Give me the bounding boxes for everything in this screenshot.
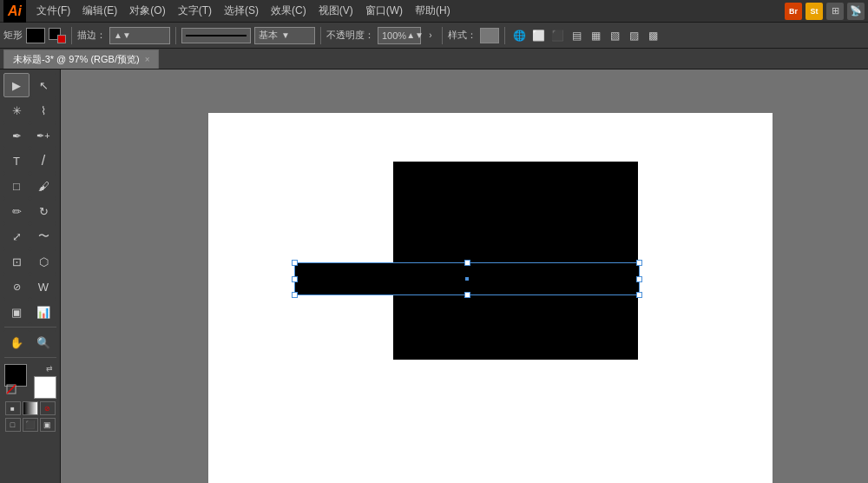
- scale-tool[interactable]: ⤢: [3, 224, 30, 248]
- handle-tm[interactable]: [464, 260, 470, 266]
- full-screen-btn[interactable]: ⬛: [23, 418, 38, 432]
- menu-view[interactable]: 视图(V): [313, 2, 358, 20]
- menu-right-icons: Br St ⊞ 📡: [785, 3, 865, 20]
- tool-row-2: ✳ ⌇: [3, 98, 56, 122]
- bridge-icon[interactable]: Br: [785, 3, 802, 20]
- select-tool[interactable]: ▶: [3, 73, 30, 97]
- menu-select[interactable]: 选择(S): [219, 2, 264, 20]
- menu-file[interactable]: 文件(F): [31, 2, 76, 20]
- stroke-color-indicator[interactable]: [49, 28, 66, 43]
- menu-bar: Ai 文件(F) 编辑(E) 对象(O) 文字(T) 选择(S) 效果(C) 视…: [0, 0, 868, 23]
- shape-builder-tool[interactable]: ⬡: [30, 249, 56, 274]
- align-icon6[interactable]: ▨: [625, 27, 642, 44]
- sep4: [442, 27, 443, 44]
- sep3: [320, 27, 321, 44]
- main-area: ▶ ↖ ✳ ⌇ ✒ ✒+ T / □ 🖌 ✏ ↻ ⤢ 〜 ⊡ ⬡: [0, 69, 868, 483]
- tool-row-9: ⊘ W: [3, 275, 56, 299]
- tool-row-7: ⤢ 〜: [3, 224, 56, 248]
- handle-br[interactable]: [636, 292, 642, 298]
- menu-edit[interactable]: 编辑(E): [77, 2, 122, 20]
- swap-colors-icon[interactable]: ⇄: [46, 364, 53, 373]
- artboard-tool[interactable]: ▣: [3, 300, 30, 324]
- opacity-expand[interactable]: ›: [424, 28, 437, 43]
- menu-help[interactable]: 帮助(H): [410, 2, 456, 20]
- tab-close-button[interactable]: ×: [145, 55, 150, 64]
- fill-color-box[interactable]: [26, 28, 45, 43]
- tab-bar: 未标题-3* @ 97% (RGB/预览) ×: [0, 49, 868, 69]
- align-icon5[interactable]: ▧: [606, 27, 623, 44]
- warp-tool[interactable]: 〜: [30, 224, 56, 248]
- center-point: [465, 277, 469, 281]
- grid-icon[interactable]: ⊞: [826, 3, 844, 20]
- paintbrush-tool[interactable]: 🖌: [30, 174, 56, 198]
- view-mode-row: □ ⬛ ▣: [5, 418, 56, 432]
- eyedropper-tool[interactable]: ⊘: [3, 275, 30, 299]
- line-tool[interactable]: /: [30, 149, 56, 173]
- opacity-input[interactable]: 100% ▲▼: [378, 27, 421, 44]
- background-color[interactable]: [34, 376, 56, 399]
- rectangle-tool[interactable]: □: [3, 174, 30, 198]
- align-icon3[interactable]: ▤: [568, 27, 585, 44]
- blend-tool[interactable]: W: [30, 275, 56, 299]
- style-box[interactable]: [480, 28, 499, 43]
- color-mode-btn[interactable]: ■: [5, 401, 21, 415]
- lasso-tool[interactable]: ⌇: [30, 98, 56, 122]
- menu-object[interactable]: 对象(O): [124, 2, 170, 20]
- style-label: 样式：: [448, 29, 477, 42]
- direct-select-tool[interactable]: ↖: [30, 73, 56, 97]
- handle-tl[interactable]: [292, 260, 298, 266]
- toolbar: 矩形 描边： ▲▼ 基本 ▼ 不透明度： 100% ▲▼ › 样式： 🌐 ⬜ ⬛…: [0, 23, 868, 49]
- rotate-tool[interactable]: ↻: [30, 199, 56, 223]
- align-icon1[interactable]: ⬜: [529, 27, 547, 44]
- shape-rect-wide[interactable]: [295, 263, 639, 294]
- tool-divider: [4, 327, 56, 328]
- no-color-icon[interactable]: [6, 384, 16, 397]
- align-icons: 🌐 ⬜ ⬛ ▤ ▦ ▧ ▨ ▩: [510, 27, 661, 44]
- canvas-area[interactable]: [61, 69, 868, 483]
- presentation-btn[interactable]: ▣: [40, 418, 56, 432]
- type-tool[interactable]: T: [3, 149, 30, 173]
- magic-wand-tool[interactable]: ✳: [3, 98, 30, 122]
- handle-bm[interactable]: [464, 292, 470, 298]
- color-swatches: ⇄: [4, 364, 56, 399]
- stroke-line: [186, 35, 247, 36]
- pencil-tool[interactable]: ✏: [3, 199, 30, 223]
- sep5: [504, 27, 505, 44]
- sep2: [175, 27, 176, 44]
- menu-effect[interactable]: 效果(C): [266, 2, 312, 20]
- document-tab[interactable]: 未标题-3* @ 97% (RGB/预览) ×: [3, 50, 159, 69]
- menu-type[interactable]: 文字(T): [173, 2, 217, 20]
- bar-chart-tool[interactable]: 📊: [30, 300, 56, 324]
- stroke-dropdown[interactable]: ▲▼: [109, 27, 170, 44]
- hand-tool[interactable]: ✋: [3, 330, 30, 354]
- globe-icon[interactable]: 🌐: [510, 27, 528, 44]
- free-transform-tool[interactable]: ⊡: [3, 249, 30, 274]
- menu-window[interactable]: 窗口(W): [360, 2, 408, 20]
- stroke-style-dropdown[interactable]: 基本 ▼: [254, 27, 315, 44]
- add-anchor-tool[interactable]: ✒+: [30, 123, 56, 148]
- gradient-btn[interactable]: [23, 401, 38, 415]
- tool-divider-2: [4, 357, 56, 358]
- tool-row-1: ▶ ↖: [3, 73, 56, 97]
- zoom-tool[interactable]: 🔍: [30, 330, 56, 354]
- tool-row-11: ✋ 🔍: [3, 330, 56, 354]
- shape-rect-tall[interactable]: [393, 162, 638, 360]
- align-icon4[interactable]: ▦: [587, 27, 604, 44]
- color-mode-row: ■ ⊘: [5, 401, 56, 415]
- broadcast-icon[interactable]: 📡: [847, 3, 865, 20]
- tool-row-5: □ 🖌: [3, 174, 56, 198]
- stock-icon[interactable]: St: [806, 3, 823, 20]
- align-icon7[interactable]: ▩: [644, 27, 661, 44]
- handle-rm[interactable]: [636, 276, 642, 282]
- tool-row-3: ✒ ✒+: [3, 123, 56, 148]
- handle-lm[interactable]: [292, 276, 298, 282]
- tool-row-8: ⊡ ⬡: [3, 249, 56, 274]
- align-icon2[interactable]: ⬛: [549, 27, 566, 44]
- shape-label: 矩形: [3, 29, 23, 42]
- none-btn[interactable]: ⊘: [40, 401, 56, 415]
- screen-mode-btn[interactable]: □: [5, 418, 21, 432]
- handle-bl[interactable]: [292, 292, 298, 298]
- tool-row-6: ✏ ↻: [3, 199, 56, 223]
- handle-tr[interactable]: [636, 260, 642, 266]
- pen-tool[interactable]: ✒: [3, 123, 30, 148]
